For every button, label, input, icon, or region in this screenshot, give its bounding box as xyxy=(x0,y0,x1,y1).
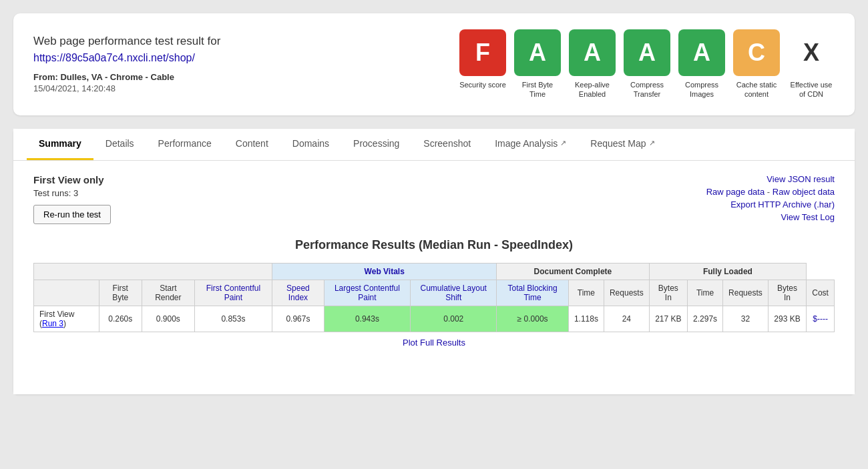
first-view-label: First View only xyxy=(33,174,111,185)
tab-processing[interactable]: Processing xyxy=(341,129,411,160)
tab-image-analysis[interactable]: Image Analysis↗ xyxy=(483,129,578,160)
test-runs-label: Test runs: xyxy=(33,188,71,198)
tabs-bar: SummaryDetailsPerformanceContentDomainsP… xyxy=(13,129,855,161)
fully-loaded-header: Fully Loaded xyxy=(649,263,807,280)
score-item-security: FSecurity score xyxy=(459,29,506,89)
top-card-left: Web page performance test result for htt… xyxy=(33,35,220,93)
tab-request-map[interactable]: Request Map↗ xyxy=(578,129,666,160)
th-lcp: Largest Contentful Paint xyxy=(324,280,411,306)
score-badge-keep-alive: A xyxy=(569,29,616,76)
tab-label-screenshot: Screenshot xyxy=(423,138,471,149)
test-datetime: 15/04/2021, 14:20:48 xyxy=(33,83,220,93)
score-item-cdn: XEffective use of CDN xyxy=(788,29,835,99)
first-view-header: First View only Test runs: 3 Re-run the … xyxy=(33,174,835,225)
speed-index-link[interactable]: Speed Index xyxy=(286,284,310,302)
score-badge-cache-static: C xyxy=(733,29,780,76)
export-row: Export HTTP Archive (.har) xyxy=(706,199,835,209)
score-item-compress-transfer: ACompress Transfer xyxy=(624,29,670,99)
perf-title: Performance Results (Median Run - SpeedI… xyxy=(33,238,835,252)
row-fl-requests: 32 xyxy=(723,306,769,332)
tab-domains[interactable]: Domains xyxy=(280,129,341,160)
plot-link-container: Plot Full Results xyxy=(33,338,835,348)
web-vitals-header: Web Vitals xyxy=(272,263,497,280)
cost-link[interactable]: $---- xyxy=(813,314,828,324)
row-lcp: 0.943s xyxy=(324,306,411,332)
tab-label-request-map: Request Map xyxy=(590,138,646,149)
fcp-link[interactable]: First Contentful Paint xyxy=(206,284,260,302)
test-runs-info: Test runs: 3 xyxy=(33,188,111,198)
tab-label-processing: Processing xyxy=(353,138,399,149)
score-label-keep-alive: Keep-alive Enabled xyxy=(569,80,616,99)
th-cost: Cost xyxy=(807,280,835,306)
score-label-first-byte: First Byte Time xyxy=(514,80,561,99)
th-start-render: Start Render xyxy=(142,280,194,306)
page-wrapper: Web page performance test result for htt… xyxy=(0,0,868,469)
view-json-row: View JSON result xyxy=(706,174,835,184)
from-location: From: Dulles, VA - Chrome - Cable xyxy=(33,72,220,82)
tab-content[interactable]: Content xyxy=(224,129,280,160)
scores-container: FSecurity scoreAFirst Byte TimeAKeep-ali… xyxy=(459,29,835,99)
th-speed-index: Speed Index xyxy=(272,280,324,306)
group-header-row: Web Vitals Document Complete Fully Loade… xyxy=(34,263,835,280)
page-url-link[interactable]: https://89c5a0a7c4.nxcli.net/shop/ xyxy=(33,52,195,63)
performance-section: Performance Results (Median Run - SpeedI… xyxy=(33,238,835,348)
tab-label-image-analysis: Image Analysis xyxy=(495,138,558,149)
result-links: View JSON result Raw page data - Raw obj… xyxy=(706,174,835,225)
external-link-icon-request-map: ↗ xyxy=(649,139,655,147)
tab-performance[interactable]: Performance xyxy=(146,129,224,160)
score-badge-compress-images: A xyxy=(678,29,725,76)
rerun-button[interactable]: Re-run the test xyxy=(33,205,111,224)
row-fl-bytes: 293 KB xyxy=(768,306,806,332)
tbt-link[interactable]: Total Blocking Time xyxy=(508,284,558,302)
main-content: First View only Test runs: 3 Re-run the … xyxy=(13,161,855,394)
page-title: Web page performance test result for xyxy=(33,35,220,48)
row-doc-bytes: 217 KB xyxy=(649,306,687,332)
plot-full-results-link[interactable]: Plot Full Results xyxy=(403,338,465,348)
meta-info: From: Dulles, VA - Chrome - Cable 15/04/… xyxy=(33,72,220,93)
export-http-link[interactable]: Export HTTP Archive (.har) xyxy=(730,199,835,209)
th-fl-bytes: Bytes In xyxy=(768,280,806,306)
test-log-row: View Test Log xyxy=(706,212,835,222)
tab-summary[interactable]: Summary xyxy=(27,129,93,160)
th-cls: Cumulative Layout Shift xyxy=(411,280,497,306)
tab-label-performance: Performance xyxy=(158,138,212,149)
raw-data-row: Raw page data - Raw object data xyxy=(706,187,835,197)
cls-link[interactable]: Cumulative Layout Shift xyxy=(421,284,487,302)
score-item-compress-images: ACompress Images xyxy=(678,29,725,99)
th-fl-time: Time xyxy=(688,280,723,306)
doc-complete-header: Document Complete xyxy=(497,263,649,280)
th-doc-time: Time xyxy=(568,280,604,306)
external-link-icon-image-analysis: ↗ xyxy=(560,139,566,147)
first-view-info: First View only Test runs: 3 Re-run the … xyxy=(33,174,111,224)
run-link[interactable]: Run 3 xyxy=(42,319,63,328)
tab-label-details: Details xyxy=(105,138,134,149)
tab-screenshot[interactable]: Screenshot xyxy=(411,129,483,160)
table-row: First View (Run 3)0.260s0.900s0.853s0.96… xyxy=(34,306,835,332)
th-fl-requests: Requests xyxy=(723,280,769,306)
lcp-link[interactable]: Largest Contentful Paint xyxy=(335,284,400,302)
row-doc-requests: 24 xyxy=(604,306,649,332)
view-test-log-link[interactable]: View Test Log xyxy=(781,212,835,222)
from-label: From: xyxy=(33,72,58,82)
top-card: Web page performance test result for htt… xyxy=(13,13,855,115)
score-label-compress-transfer: Compress Transfer xyxy=(624,80,670,99)
tab-details[interactable]: Details xyxy=(93,129,146,160)
th-first-byte: First Byte xyxy=(99,280,142,306)
tab-label-summary: Summary xyxy=(39,138,81,149)
score-badge-compress-transfer: A xyxy=(624,29,670,76)
score-label-compress-images: Compress Images xyxy=(678,80,725,99)
row-speed-index: 0.967s xyxy=(272,306,324,332)
empty-header xyxy=(34,263,272,280)
row-first-byte: 0.260s xyxy=(99,306,142,332)
raw-page-link[interactable]: Raw page data xyxy=(706,187,765,197)
score-badge-first-byte: A xyxy=(514,29,561,76)
web-vitals-link[interactable]: Web Vitals xyxy=(365,267,405,276)
score-label-cdn: Effective use of CDN xyxy=(788,80,835,99)
tab-label-domains: Domains xyxy=(292,138,329,149)
view-json-link[interactable]: View JSON result xyxy=(767,174,835,184)
test-runs-value: 3 xyxy=(73,188,78,198)
th-empty xyxy=(34,280,99,306)
score-item-cache-static: CCache static content xyxy=(733,29,780,99)
raw-object-link[interactable]: Raw object data xyxy=(773,187,835,197)
row-doc-time: 1.118s xyxy=(568,306,604,332)
